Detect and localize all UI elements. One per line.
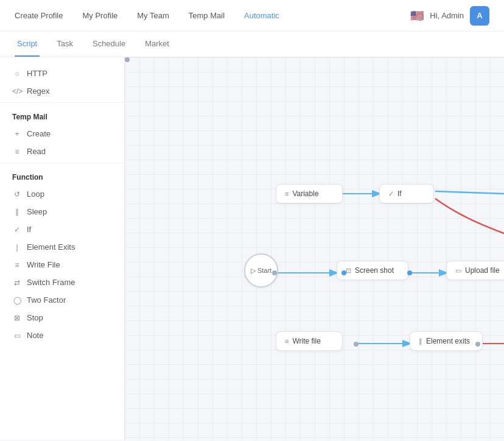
connector-elementexits-out: [475, 342, 480, 347]
connector-writefile-out: [354, 342, 359, 347]
sidebar-item-sleep[interactable]: ∥ Sleep: [0, 203, 124, 220]
node-screenshot[interactable]: ⊡ Screen shot: [337, 261, 408, 280]
nav-my-profile[interactable]: My Profile: [82, 11, 117, 20]
nav-create-profile[interactable]: Create Profile: [15, 11, 63, 20]
sidebar-label-switch-frame: Switch Frame: [27, 278, 75, 287]
node-variable[interactable]: ≡ Variable: [276, 184, 343, 203]
http-icon: ○: [12, 69, 22, 78]
nav-right: 🇺🇸 Hi, Admin A: [410, 6, 489, 26]
elementexits-node-icon: ∥: [419, 337, 422, 345]
divider-2: [0, 163, 124, 163]
sidebar-label-note: Note: [27, 331, 43, 340]
node-screenshot-label: Screen shot: [355, 266, 394, 275]
sidebar-label-read: Read: [27, 147, 46, 156]
sidebar-label-loop: Loop: [27, 189, 44, 199]
section-title-function: Function: [0, 166, 124, 185]
node-uploadfile-label: Upload file: [465, 266, 500, 275]
node-start-label: ▷ Start: [251, 267, 271, 275]
note-icon: ▭: [12, 331, 22, 340]
node-elementexits-label: Element exits: [426, 337, 470, 345]
switch-frame-icon: ⇄: [12, 278, 22, 287]
sidebar-item-if[interactable]: ✓ If: [0, 220, 124, 238]
connector-if-out: [125, 57, 130, 62]
sidebar-item-note[interactable]: ▭ Note: [0, 326, 124, 344]
sidebar-label-element-exits: Element Exits: [27, 242, 75, 252]
tab-task[interactable]: Task: [54, 32, 75, 57]
sidebar-item-element-exits[interactable]: | Element Exits: [0, 238, 124, 256]
if-node-icon: ✓: [388, 190, 394, 198]
writefile-node-icon: ≡: [285, 337, 289, 345]
section-title-temp-mail: Temp Mail: [0, 105, 124, 125]
create-icon: +: [12, 130, 22, 138]
sidebar-item-stop[interactable]: ⊠ Stop: [0, 309, 124, 326]
tab-market[interactable]: Market: [142, 32, 172, 57]
sidebar-item-read[interactable]: ≡ Read: [0, 143, 124, 160]
node-writefile-label: Write file: [292, 337, 320, 345]
greeting-text: Hi, Admin: [430, 11, 464, 20]
node-uploadfile[interactable]: ▭ Upload file: [446, 261, 504, 280]
node-if[interactable]: ✓ If: [379, 184, 434, 203]
arrows-svg: [125, 57, 504, 440]
sidebar-item-two-factor[interactable]: ◯ Two Factor: [0, 291, 124, 309]
top-nav: Create Profile My Profile My Team Temp M…: [0, 0, 504, 32]
sidebar: ○ HTTP </> Regex Temp Mail + Create ≡ Re…: [0, 57, 125, 440]
stop-icon: ⊠: [12, 314, 22, 322]
connector-start-in: [272, 270, 277, 275]
nav-automatic[interactable]: Automatic: [244, 11, 279, 20]
main-layout: ○ HTTP </> Regex Temp Mail + Create ≡ Re…: [0, 57, 504, 440]
uploadfile-node-icon: ▭: [455, 267, 461, 275]
sidebar-label-stop: Stop: [27, 313, 43, 322]
sidebar-label-regex: Regex: [27, 86, 50, 96]
sidebar-item-http[interactable]: ○ HTTP: [0, 65, 124, 82]
sleep-icon: ∥: [12, 208, 22, 216]
sidebar-label-http: HTTP: [27, 69, 47, 78]
sidebar-label-create: Create: [27, 129, 51, 138]
loop-icon: ↺: [12, 190, 22, 199]
avatar-button[interactable]: A: [470, 6, 489, 26]
sidebar-label-if: If: [27, 225, 31, 234]
flag-icon: 🇺🇸: [410, 9, 424, 23]
divider-1: [0, 102, 124, 103]
sidebar-item-write-file[interactable]: ≡ Write File: [0, 256, 124, 273]
tab-schedule[interactable]: Schedule: [90, 32, 128, 57]
sidebar-item-loop[interactable]: ↺ Loop: [0, 185, 124, 203]
svg-line-1: [435, 191, 504, 194]
regex-icon: </>: [12, 87, 22, 96]
sidebar-item-switch-frame[interactable]: ⇄ Switch Frame: [0, 273, 124, 291]
nav-my-team[interactable]: My Team: [137, 11, 169, 20]
sub-nav: Script Task Schedule Market: [0, 32, 504, 57]
node-writefile[interactable]: ≡ Write file: [276, 331, 343, 351]
tab-script[interactable]: Script: [15, 32, 40, 57]
nav-temp-mail[interactable]: Temp Mail: [189, 11, 225, 20]
sidebar-label-write-file: Write File: [27, 260, 60, 269]
if-icon: ✓: [12, 225, 22, 234]
two-factor-icon: ◯: [12, 296, 22, 305]
variable-node-icon: ≡: [285, 190, 289, 197]
connector-screenshot-out: [407, 270, 412, 275]
write-file-icon: ≡: [12, 261, 22, 269]
sidebar-label-two-factor: Two Factor: [27, 295, 66, 305]
screenshot-node-icon: ⊡: [346, 267, 351, 275]
sidebar-item-create[interactable]: + Create: [0, 125, 124, 143]
read-icon: ≡: [12, 147, 22, 156]
connector-start-out: [341, 270, 346, 275]
node-if-label: If: [397, 189, 402, 198]
sidebar-item-regex[interactable]: </> Regex: [0, 82, 124, 100]
flow-canvas[interactable]: ≡ Variable ✓ If ⊠ Stop ▷ Start ⊡ Screen …: [125, 57, 504, 440]
element-exits-icon: |: [12, 243, 22, 252]
sidebar-label-sleep: Sleep: [27, 207, 47, 216]
node-elementexits[interactable]: ∥ Element exits: [410, 331, 483, 351]
node-variable-label: Variable: [292, 189, 318, 198]
